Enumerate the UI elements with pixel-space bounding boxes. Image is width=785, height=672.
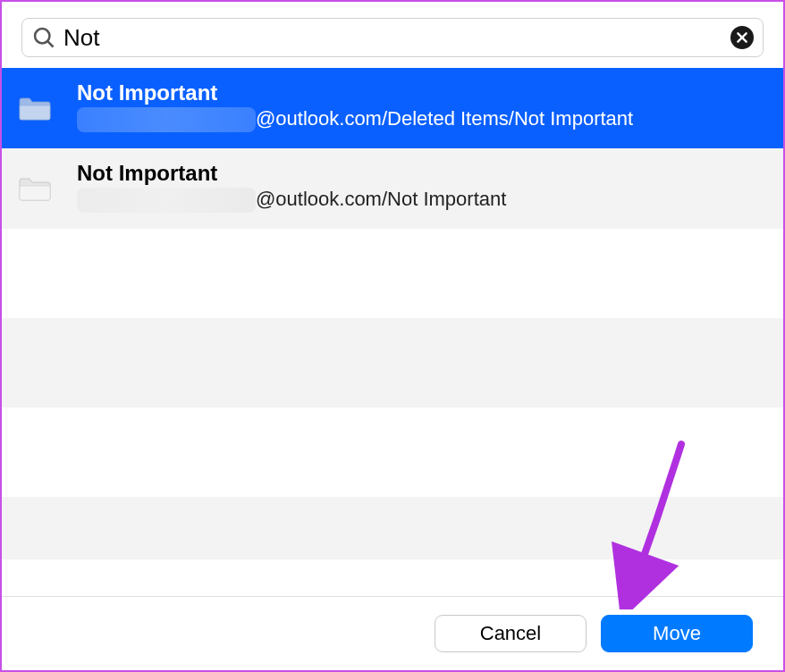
folder-result-text: Not Important @outlook.com/Not Important (77, 161, 765, 213)
empty-row (2, 229, 783, 318)
results-list: Not Important @outlook.com/Deleted Items… (2, 68, 783, 596)
folder-result-title: Not Important (77, 161, 765, 186)
redacted-account (77, 107, 256, 132)
button-bar: Cancel Move (2, 596, 783, 670)
svg-point-0 (35, 29, 49, 43)
empty-row (2, 407, 783, 497)
cancel-button[interactable]: Cancel (435, 615, 587, 652)
move-button[interactable]: Move (601, 615, 753, 652)
folder-result-text: Not Important @outlook.com/Deleted Items… (77, 80, 765, 132)
search-icon (31, 25, 56, 50)
folder-result-item[interactable]: Not Important @outlook.com/Deleted Items… (2, 68, 783, 148)
empty-row (2, 497, 783, 559)
folder-result-path: @outlook.com/Deleted Items/Not Important (77, 107, 765, 132)
folder-icon (18, 95, 52, 122)
folder-icon (18, 175, 52, 202)
search-bar[interactable] (21, 18, 764, 57)
close-icon (736, 31, 748, 44)
folder-result-title: Not Important (77, 80, 765, 105)
empty-row (2, 318, 783, 407)
search-bar-container (2, 2, 783, 68)
svg-line-1 (47, 41, 53, 46)
folder-result-item[interactable]: Not Important @outlook.com/Not Important (2, 148, 783, 229)
redacted-account (77, 188, 256, 213)
clear-search-button[interactable] (730, 26, 754, 49)
folder-result-path: @outlook.com/Not Important (77, 188, 765, 213)
search-input[interactable] (63, 24, 730, 52)
